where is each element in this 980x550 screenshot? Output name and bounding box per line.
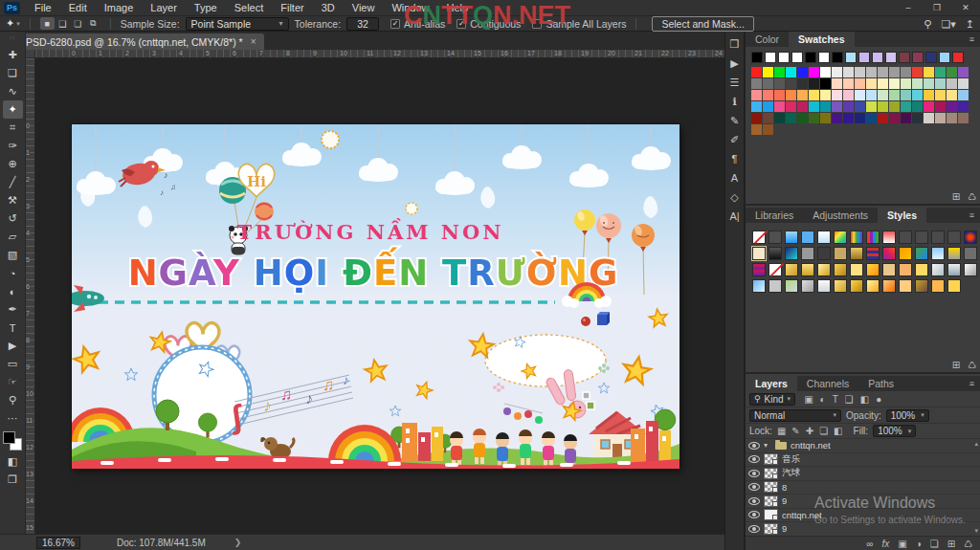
color-swatch[interactable] xyxy=(947,90,957,100)
color-swatch[interactable] xyxy=(843,90,854,100)
menu-3d[interactable]: 3D xyxy=(313,0,344,15)
layer-row[interactable]: cnttqn.net xyxy=(746,509,980,523)
style-swatch[interactable] xyxy=(866,231,880,244)
color-swatch[interactable] xyxy=(958,67,969,77)
style-swatch[interactable] xyxy=(752,231,766,244)
styles-tab-adjustments[interactable]: Adjustments xyxy=(803,208,878,223)
color-swatch[interactable] xyxy=(878,67,888,77)
color-swatch[interactable] xyxy=(924,90,934,100)
color-swatch[interactable] xyxy=(809,67,819,77)
layer-thumbnail[interactable] xyxy=(764,523,778,535)
menu-view[interactable]: View xyxy=(344,0,384,15)
color-swatch[interactable] xyxy=(878,90,888,100)
style-swatch[interactable] xyxy=(768,247,782,260)
style-swatch[interactable] xyxy=(882,263,896,276)
color-swatch[interactable] xyxy=(786,67,796,77)
color-swatch[interactable] xyxy=(832,90,842,100)
lock-artboard-icon[interactable]: ❏ xyxy=(819,426,828,436)
style-swatch[interactable] xyxy=(785,231,798,244)
style-swatch[interactable] xyxy=(752,247,766,260)
close-button[interactable]: ✕ xyxy=(951,0,980,15)
layer-row[interactable]: 9 xyxy=(746,522,980,536)
layer-group-icon[interactable]: ❏ xyxy=(930,539,939,549)
recent-swatch[interactable] xyxy=(872,52,883,63)
paragraph-panel-icon[interactable]: ¶ xyxy=(726,150,744,167)
color-swatch[interactable] xyxy=(855,113,865,123)
color-swatch[interactable] xyxy=(855,67,865,77)
layer-thumbnail[interactable] xyxy=(764,468,778,479)
style-swatch[interactable] xyxy=(882,279,896,293)
style-swatch[interactable] xyxy=(899,279,912,293)
color-swatch[interactable] xyxy=(855,101,865,112)
color-swatch[interactable] xyxy=(958,113,969,123)
swatches-tab-color[interactable]: Color xyxy=(746,32,789,47)
foreground-color-swatch[interactable] xyxy=(3,431,15,444)
color-swatch[interactable] xyxy=(774,113,785,123)
menu-file[interactable]: File xyxy=(26,0,60,15)
color-swatch[interactable] xyxy=(924,78,934,89)
eraser-tool[interactable]: ▱ xyxy=(3,228,23,246)
color-swatch[interactable] xyxy=(901,67,911,77)
color-swatch[interactable] xyxy=(809,113,819,123)
color-swatch[interactable] xyxy=(751,67,762,77)
add-selection[interactable]: ❑ xyxy=(56,17,70,30)
color-swatch[interactable] xyxy=(751,101,762,112)
filter-adjustment-icon[interactable]: ◐ xyxy=(820,394,826,405)
layer-row[interactable]: 8 xyxy=(746,481,980,495)
style-swatch[interactable] xyxy=(834,279,847,293)
style-swatch[interactable] xyxy=(866,247,880,260)
color-swatch[interactable] xyxy=(751,90,762,100)
tab-close-icon[interactable]: × xyxy=(251,36,256,47)
styles-tab-styles[interactable]: Styles xyxy=(878,208,926,223)
recent-swatch[interactable] xyxy=(939,52,950,63)
minimize-button[interactable]: – xyxy=(894,0,923,15)
new-layer-icon[interactable]: ⊞ xyxy=(947,539,955,549)
workspace-icon[interactable]: ❏▾ xyxy=(941,18,955,31)
color-swatch[interactable] xyxy=(763,67,773,77)
recent-swatch[interactable] xyxy=(899,52,910,63)
color-swatch[interactable] xyxy=(912,113,923,123)
edit-toolbar[interactable]: ⋯ xyxy=(3,409,23,428)
checkbox-sample-all-layers[interactable]: Sample All Layers xyxy=(532,18,626,30)
color-swatch[interactable] xyxy=(889,113,900,123)
color-swatch[interactable] xyxy=(958,101,969,112)
style-swatch[interactable] xyxy=(850,263,863,276)
recent-swatch[interactable] xyxy=(858,52,870,63)
style-swatch[interactable] xyxy=(947,247,961,260)
style-swatch[interactable] xyxy=(915,247,928,260)
menu-select[interactable]: Select xyxy=(226,0,273,15)
color-swatch[interactable] xyxy=(763,113,773,123)
color-swatch[interactable] xyxy=(832,78,842,89)
panel-menu-icon[interactable]: ≡ xyxy=(964,379,980,388)
style-swatch[interactable] xyxy=(882,231,896,244)
color-swatch[interactable] xyxy=(924,67,934,77)
layers-tab-paths[interactable]: Paths xyxy=(858,376,903,391)
color-swatch[interactable] xyxy=(832,113,842,123)
info-panel-icon[interactable]: ℹ xyxy=(726,93,744,110)
color-swatch[interactable] xyxy=(832,101,842,112)
layer-thumbnail[interactable] xyxy=(764,495,778,507)
visibility-eye-icon[interactable] xyxy=(748,455,760,463)
color-swatch[interactable] xyxy=(866,113,877,123)
color-swatch[interactable] xyxy=(763,90,773,100)
style-swatch[interactable] xyxy=(850,279,863,293)
trash-icon[interactable]: ♺ xyxy=(968,191,976,202)
style-swatch[interactable] xyxy=(915,279,928,293)
new-selection[interactable]: ■ xyxy=(40,17,55,30)
layer-thumbnail[interactable] xyxy=(764,481,778,493)
intersect-selection[interactable]: ⧉ xyxy=(86,17,100,30)
layer-effects-icon[interactable]: fx xyxy=(881,539,889,549)
share-icon[interactable]: ↥ xyxy=(966,18,974,31)
color-swatch[interactable] xyxy=(912,78,923,89)
trash-icon[interactable]: ♺ xyxy=(968,360,976,370)
style-swatch[interactable] xyxy=(768,263,782,276)
checkbox-box[interactable] xyxy=(532,19,542,29)
color-swatch[interactable] xyxy=(763,101,773,112)
swatches-tab-swatches[interactable]: Swatches xyxy=(789,32,854,47)
status-arrow-icon[interactable]: ❯ xyxy=(234,538,242,547)
color-swatch[interactable] xyxy=(786,101,796,112)
menu-edit[interactable]: Edit xyxy=(60,0,96,15)
color-swatch[interactable] xyxy=(797,90,808,100)
healing-brush-tool[interactable]: ⊕ xyxy=(3,155,23,173)
type-tool[interactable]: T xyxy=(3,319,23,337)
